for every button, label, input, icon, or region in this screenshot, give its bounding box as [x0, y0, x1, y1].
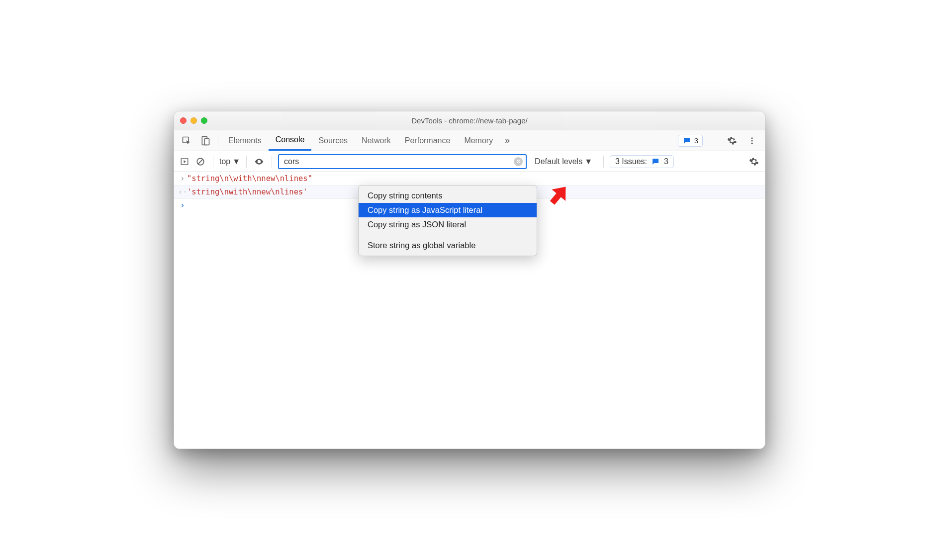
context-selector[interactable]: top ▼ — [219, 157, 240, 166]
zoom-window-button[interactable] — [201, 117, 207, 124]
context-menu: Copy string contents Copy string as Java… — [358, 185, 537, 256]
issues-pill[interactable]: 3 Issues: 3 — [610, 155, 674, 168]
console-input-row[interactable]: › "string\n\with\nnew\nlines" — [174, 172, 765, 186]
clear-filter-icon[interactable]: ✕ — [514, 157, 523, 166]
filter-input[interactable] — [284, 157, 514, 166]
tab-bar: Elements Console Sources Network Perform… — [174, 130, 765, 151]
devtools-window: DevTools - chrome://new-tab-page/ Elemen… — [174, 111, 765, 449]
console-settings-gear-icon[interactable] — [747, 157, 761, 167]
issues-icon — [651, 157, 660, 166]
svg-point-3 — [751, 137, 753, 139]
inspect-element-icon[interactable] — [180, 134, 193, 147]
close-window-button[interactable] — [180, 117, 187, 124]
menu-store-global-variable[interactable]: Store string as global variable — [359, 238, 537, 253]
log-level-selector[interactable]: Default levels ▼ — [530, 157, 597, 166]
device-toolbar-icon[interactable] — [199, 134, 212, 147]
menu-copy-string-json-literal[interactable]: Copy string as JSON literal — [359, 217, 537, 232]
menu-copy-string-contents[interactable]: Copy string contents — [359, 188, 537, 203]
context-label: top — [219, 157, 230, 166]
tab-console[interactable]: Console — [269, 130, 312, 151]
menu-copy-string-js-literal[interactable]: Copy string as JavaScript literal — [359, 203, 537, 217]
output-chevron-icon: ‹· — [178, 187, 187, 196]
svg-rect-2 — [204, 138, 209, 145]
issues-icon — [682, 136, 691, 145]
log-level-label: Default levels — [535, 157, 582, 166]
traffic-lights — [180, 117, 207, 124]
more-tabs-button[interactable]: » — [500, 130, 515, 151]
clear-console-icon[interactable] — [194, 155, 207, 168]
annotation-arrow-icon — [543, 181, 573, 213]
issues-pill-count: 3 — [664, 157, 668, 166]
minimize-window-button[interactable] — [190, 117, 197, 124]
console-toolbar: top ▼ ✕ Default levels ▼ 3 Issues: 3 — [174, 151, 765, 172]
titlebar: DevTools - chrome://new-tab-page/ — [174, 111, 765, 130]
console-input-text: "string\n\with\nnew\nlines" — [187, 174, 312, 183]
issues-pill-label: 3 Issues: — [615, 157, 647, 166]
issues-badge[interactable]: 3 — [678, 135, 703, 147]
settings-gear-icon[interactable] — [725, 136, 739, 146]
window-title: DevTools - chrome://new-tab-page/ — [174, 116, 765, 125]
tab-sources[interactable]: Sources — [311, 130, 355, 151]
dropdown-caret-icon: ▼ — [584, 157, 592, 166]
svg-line-8 — [198, 159, 203, 164]
tabs: Elements Console Sources Network Perform… — [221, 130, 515, 151]
input-chevron-icon: › — [178, 174, 187, 183]
dropdown-caret-icon: ▼ — [232, 157, 240, 166]
svg-point-5 — [751, 142, 753, 144]
svg-point-4 — [751, 140, 753, 141]
console-body: › "string\n\with\nnew\nlines" ‹· 'string… — [174, 172, 765, 449]
tab-elements[interactable]: Elements — [221, 130, 269, 151]
live-expression-eye-icon[interactable] — [253, 155, 266, 168]
tab-network[interactable]: Network — [355, 130, 398, 151]
tab-performance[interactable]: Performance — [398, 130, 458, 151]
prompt-chevron-icon: › — [178, 201, 187, 210]
tab-memory[interactable]: Memory — [457, 130, 500, 151]
filter-input-container: ✕ — [278, 154, 527, 169]
toggle-sidebar-icon[interactable] — [178, 155, 191, 168]
issues-count: 3 — [694, 136, 698, 145]
more-options-icon[interactable] — [745, 136, 759, 145]
console-output-text: 'string\nwith\nnew\nlines' — [187, 187, 308, 196]
menu-separator — [359, 235, 537, 235]
